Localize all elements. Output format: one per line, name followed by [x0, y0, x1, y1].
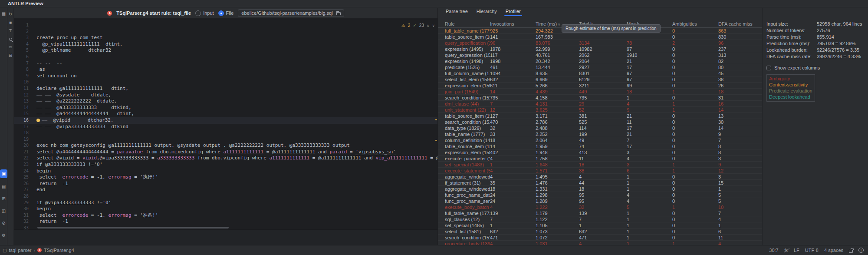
- profiler-row[interactable]: select_list_elem (1592)6326.669612997038: [438, 76, 762, 83]
- code-line[interactable]: 3create proc up_com_test: [14, 35, 437, 41]
- profiler-row[interactable]: search_condition (1516)4711.0724711011: [438, 235, 762, 241]
- code-line[interactable]: 8 as: [14, 66, 437, 73]
- profiler-row[interactable]: func_proc_name_serv...241.28995405: [438, 198, 762, 204]
- profiler-row[interactable]: join_part (1549)144.43944918118: [438, 89, 762, 95]
- profiler-row[interactable]: set_special (1483)11.64818319: [438, 162, 762, 168]
- tab-hierarchy[interactable]: Hierarchy: [472, 8, 501, 16]
- column-header[interactable]: Rule: [438, 21, 490, 27]
- code-line[interactable]: 9set nocount on: [14, 73, 437, 79]
- code-line[interactable]: 14—— —— @a333333333333 dtkind,: [14, 105, 437, 111]
- checkbox-icon[interactable]: [766, 66, 771, 70]
- error-stripe-mark[interactable]: [435, 140, 437, 141]
- column-header[interactable]: DFA cache miss: [718, 21, 762, 27]
- profiler-row[interactable]: select_list (1581)6321.073632106: [438, 229, 762, 235]
- tokens-icon[interactable]: ≋: [8, 44, 13, 50]
- unlocked-padlock-icon[interactable]: [849, 250, 853, 253]
- tab-profiler[interactable]: Profiler: [501, 8, 525, 16]
- notifications-icon[interactable]: !: [858, 248, 864, 253]
- code-line[interactable]: 21select @a4444444444444444 = paravalue …: [14, 149, 437, 156]
- intention-bulb-icon[interactable]: [36, 119, 40, 122]
- input-radio[interactable]: Input: [195, 10, 214, 16]
- readonly-pencil-icon[interactable]: ✎: [784, 248, 788, 253]
- show-expert-columns-checkbox[interactable]: Show expert columns: [766, 64, 868, 71]
- inspection-widget[interactable]: ⚠2 ✓23 ∧∨: [401, 23, 435, 28]
- profiler-row[interactable]: dml_clause (44)74.131294116: [438, 101, 762, 107]
- column-header[interactable]: Invocations: [490, 21, 536, 27]
- horizontal-scrollbar[interactable]: [36, 227, 435, 229]
- code-line[interactable]: 29if @vipa333333333333 !='0': [14, 200, 437, 206]
- code-line[interactable]: 1: [14, 22, 437, 29]
- layout-icon[interactable]: ⊟: [8, 53, 13, 59]
- tab-parse-tree[interactable]: Parse tree: [441, 8, 472, 16]
- profiler-row[interactable]: table_name (1777)332.2521992109: [438, 131, 762, 137]
- code-line[interactable]: 32 return -1: [14, 219, 437, 225]
- profiler-row[interactable]: if_statement (31)351.476441015: [438, 180, 762, 186]
- code-line[interactable]: 30begin: [14, 206, 437, 212]
- file-radio[interactable]: File: [218, 10, 234, 16]
- chevron-up-icon[interactable]: ∧: [427, 23, 430, 28]
- code-line[interactable]: 16—— @vipid dtchar32,: [14, 117, 437, 124]
- error-stripe-mark[interactable]: [435, 119, 437, 120]
- code-line[interactable]: 6: [14, 54, 437, 60]
- profiler-row[interactable]: aggregate_windowed...41.4954103: [438, 174, 762, 180]
- profiler-row[interactable]: expression (1498)199820.342206421082: [438, 58, 762, 64]
- file-path-input[interactable]: ebelice/Github/tsql-parser/examples/big.…: [238, 9, 344, 17]
- code-line[interactable]: 22select @vipid = vipid,@vipa33333333333…: [14, 155, 437, 162]
- profiler-row[interactable]: func_proc_name_data...241.29895405: [438, 192, 762, 198]
- line-ending[interactable]: LF: [794, 248, 799, 253]
- profiler-row[interactable]: search_condition (1519)7354.1587351031: [438, 95, 762, 101]
- profiler-row[interactable]: procedure_body (139...41.0314114: [438, 241, 762, 245]
- profiler-row[interactable]: sql_clauses (12)71.1227104: [438, 216, 762, 222]
- code-line[interactable]: 15—— —— @a4444444444444444 dtint,: [14, 111, 437, 117]
- profiler-row[interactable]: execute_statement (5...41.571386112: [438, 168, 762, 174]
- profiler-row[interactable]: full_column_name (17...10948.63583019704…: [438, 70, 762, 76]
- refresh-icon[interactable]: ↻: [8, 11, 13, 17]
- profiler-row[interactable]: table_source_item (15...141.959741708: [438, 143, 762, 149]
- encoding[interactable]: UTF-8: [805, 248, 819, 253]
- code-line[interactable]: 31 select errorcode = -1, errormsg = '准备…: [14, 212, 437, 219]
- input-radio-circle[interactable]: [195, 10, 201, 16]
- code-line[interactable]: 10: [14, 79, 437, 86]
- stop-icon[interactable]: ■: [8, 20, 13, 26]
- column-header[interactable]: Ambiguities: [672, 21, 718, 27]
- code-line[interactable]: 18: [14, 130, 437, 136]
- profiler-row[interactable]: execute_parameter (1...41.75811403: [438, 156, 762, 162]
- structure-icon[interactable]: ▤: [0, 183, 7, 190]
- code-line[interactable]: 13—— —— @a2222222222 dtdate,: [14, 98, 437, 105]
- code-line[interactable]: 2: [14, 29, 437, 35]
- code-line[interactable]: 19: [14, 136, 437, 143]
- chevron-down-icon[interactable]: ∨: [432, 23, 435, 28]
- code-line[interactable]: 20exec nb_com_getsysconfig @a11111111111…: [14, 142, 437, 149]
- search-icon[interactable]: [8, 36, 13, 42]
- code-editor[interactable]: 123create proc up_com_test4 @p_vipa11111…: [14, 19, 437, 229]
- profiler-row[interactable]: aggregate_windowed...181.33118101: [438, 186, 762, 192]
- code-line[interactable]: 17—— —— @vipa333333333333 dtkind: [14, 124, 437, 130]
- profiler-row[interactable]: search_condition (1517)4702.78652511030: [438, 119, 762, 125]
- build-icon[interactable]: ⊞: [0, 195, 7, 202]
- profiler-row[interactable]: full_table_name (1773)1391.179139107: [438, 210, 762, 216]
- code-line[interactable]: 23if @a333333333333 !='0': [14, 162, 437, 168]
- antlr-preview-tool-button[interactable]: ▣: [0, 169, 7, 178]
- code-line[interactable]: 28: [14, 193, 437, 200]
- profiler-row[interactable]: query_specification (1...9683.0763134782…: [438, 40, 762, 46]
- profiler-row[interactable]: table_source_item (16...141167.9830830: [438, 34, 762, 40]
- profiler-row[interactable]: column_definition (1421)182.06449707: [438, 137, 762, 143]
- scrollbar-thumb[interactable]: [37, 227, 229, 229]
- problems-icon[interactable]: ⊘: [0, 220, 7, 226]
- folder-icon[interactable]: [336, 12, 341, 15]
- caret-position[interactable]: 30:7: [769, 248, 778, 253]
- indent-setting[interactable]: 4 spaces: [824, 248, 843, 253]
- profiler-row[interactable]: query_expression (1527)11748.76120621910…: [438, 52, 762, 58]
- profiler-row[interactable]: data_type (1829)322.48811417014: [438, 125, 762, 131]
- profiler-row[interactable]: execute_body_batch (...41.222325110: [438, 204, 762, 210]
- code-line[interactable]: 5 @p_tblname dtchar32: [14, 47, 437, 54]
- code-line[interactable]: 4 @p_vipa1111111111111 dtint,: [14, 41, 437, 48]
- code-line[interactable]: 24begin: [14, 168, 437, 175]
- profiler-row[interactable]: expression_elem (1590)6115.266321199026: [438, 83, 762, 89]
- profiler-row[interactable]: set_special (1485)11.1051101: [438, 222, 762, 229]
- text-cursor-icon[interactable]: ⊤: [8, 28, 13, 34]
- breadcrumb-project[interactable]: tsql-parser: [9, 248, 31, 253]
- code-line[interactable]: 27end: [14, 187, 437, 193]
- profiler-row[interactable]: expression_elem (1589)4021.948413308: [438, 149, 762, 156]
- profiler-row[interactable]: table_source_item (15...1273.17138121013: [438, 113, 762, 119]
